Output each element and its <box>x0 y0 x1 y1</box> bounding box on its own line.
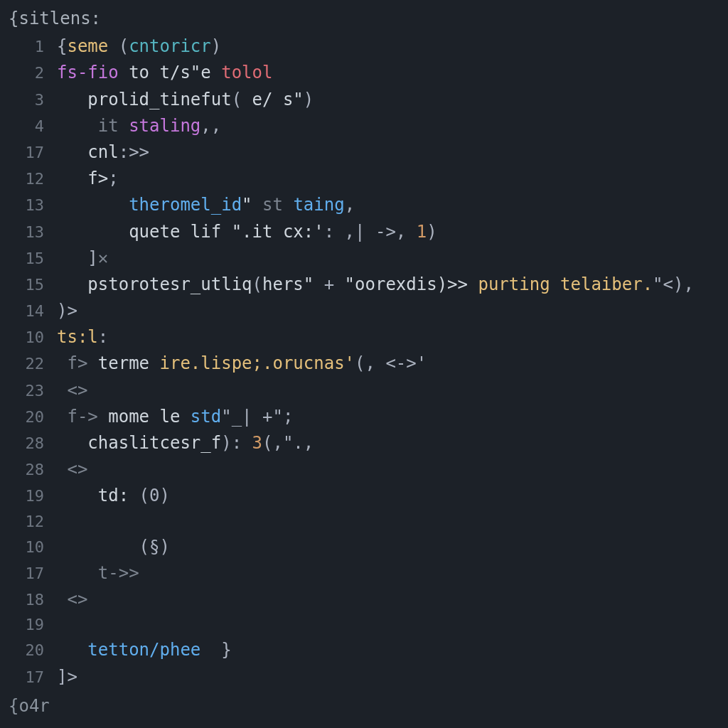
line-content[interactable]: <> <box>57 456 728 483</box>
code-line[interactable]: 20 tetton/phee } <box>0 637 728 663</box>
code-line[interactable]: 14)> <box>0 298 728 324</box>
line-content[interactable]: ]✕ <box>57 245 728 272</box>
code-token: tetton/phee <box>87 640 221 660</box>
line-content[interactable]: fs-fio to t/s"e tolol <box>57 60 728 86</box>
code-line[interactable]: 20 f-> mome le std"_| +"; <box>0 404 728 430</box>
code-line[interactable]: 18 <> <box>0 587 728 613</box>
code-token: ; <box>108 168 118 188</box>
line-number: 28 <box>0 458 57 482</box>
code-token: s" <box>283 90 304 109</box>
code-line[interactable]: 15 pstorotesr_utliq(hers" + "oorexdis)>>… <box>0 272 728 298</box>
line-number: 28 <box>0 432 57 456</box>
code-token: <> <box>67 589 87 609</box>
code-token: ( <box>119 36 129 56</box>
code-token: ]> <box>57 667 77 687</box>
code-line[interactable]: 1{seme (cntoricr) <box>0 33 728 60</box>
code-token: (0) <box>139 486 170 505</box>
line-content[interactable]: f-> mome le std"_| +"; <box>57 404 728 430</box>
line-content[interactable]: )> <box>57 298 728 324</box>
line-content[interactable]: pstorotesr_utliq(hers" + "oorexdis)>> pu… <box>57 272 728 298</box>
code-token: + <box>314 274 344 294</box>
code-token: it <box>98 116 129 136</box>
code-line[interactable]: 13 quete lif ".it cx:': ,| ->, 1) <box>0 219 728 245</box>
code-token: : <box>98 327 108 347</box>
code-line[interactable]: 10ts:l: <box>0 324 728 350</box>
code-line[interactable]: 2fs-fio to t/s"e tolol <box>0 60 728 86</box>
line-number: 2 <box>0 61 57 85</box>
code-line[interactable]: 23 <> <box>0 378 728 404</box>
code-token: "oorexdis)>> <box>345 274 478 294</box>
code-line[interactable]: 10 (§) <box>0 534 728 560</box>
line-content[interactable]: <> <box>57 587 728 613</box>
code-token: 3 <box>252 433 262 453</box>
code-token: " <box>242 195 262 215</box>
code-token: mome le <box>108 407 191 427</box>
line-content[interactable]: ts:l: <box>57 324 728 350</box>
code-token: ire.lispe;.orucnas' <box>160 353 355 373</box>
code-line[interactable]: 28 <> <box>0 456 728 483</box>
line-number: 20 <box>0 405 57 429</box>
code-line[interactable]: 12 <box>0 510 728 534</box>
code-line[interactable]: 13 theromel_id" st taing, <box>0 192 728 218</box>
code-body[interactable]: 1{seme (cntoricr)2fs-fio to t/s"e tolol3… <box>0 33 728 690</box>
code-line[interactable]: 15 ]✕ <box>0 245 728 272</box>
code-token: : ,| ->, <box>324 222 417 242</box>
line-number: 17 <box>0 562 57 586</box>
line-number: 18 <box>0 588 57 612</box>
line-content[interactable]: prolid_tinefut( e/ s") <box>57 87 728 113</box>
line-content[interactable]: t->> <box>57 560 728 587</box>
code-token: } <box>221 640 231 660</box>
code-token: , <box>345 195 355 215</box>
code-line[interactable]: 17 t->> <box>0 560 728 587</box>
line-content[interactable]: chaslitcesr_f): 3(,"., <box>57 430 728 456</box>
line-number: 23 <box>0 379 57 403</box>
code-token: f> <box>87 168 108 188</box>
code-token: st <box>262 195 293 215</box>
code-token: tolol <box>221 63 272 82</box>
editor-header: {sitlens: <box>0 6 728 32</box>
line-number: 12 <box>0 167 57 191</box>
code-token: ) <box>427 222 437 242</box>
line-number: 17 <box>0 141 57 165</box>
line-number: 15 <box>0 273 57 297</box>
line-content[interactable]: <> <box>57 378 728 404</box>
code-line[interactable]: 17]> <box>0 664 728 690</box>
code-line[interactable]: 17 cnl:>> <box>0 139 728 166</box>
line-content[interactable]: theromel_id" st taing, <box>57 192 728 218</box>
line-content[interactable]: (§) <box>57 534 728 560</box>
code-line[interactable]: 19 td: (0) <box>0 483 728 509</box>
line-content[interactable]: f> terme ire.lispe;.orucnas'(, <->' <box>57 350 728 377</box>
code-token: (§) <box>139 537 170 557</box>
code-token: purting telaiber. <box>478 274 653 294</box>
editor-footer: {o4r <box>0 693 728 719</box>
line-number: 3 <box>0 88 57 112</box>
line-content[interactable]: ]> <box>57 664 728 690</box>
code-line[interactable]: 4 it staling,, <box>0 113 728 139</box>
code-token: ) <box>304 90 314 109</box>
code-line[interactable]: 28 chaslitcesr_f): 3(,"., <box>0 430 728 456</box>
code-token: <> <box>67 380 87 400</box>
code-line[interactable]: 22 f> terme ire.lispe;.orucnas'(, <->' <box>0 350 728 377</box>
code-editor[interactable]: {sitlens: 1{seme (cntoricr)2fs-fio to t/… <box>0 0 728 719</box>
line-content[interactable]: f>; <box>57 166 728 192</box>
code-token: (, <->' <box>355 353 427 373</box>
line-content[interactable]: quete lif ".it cx:': ,| ->, 1) <box>57 219 728 245</box>
code-token: "_| +"; <box>221 407 293 427</box>
code-token: ,, <box>200 116 221 136</box>
line-content[interactable]: tetton/phee } <box>57 637 728 663</box>
line-number: 10 <box>0 535 57 560</box>
code-token: fs-fio <box>57 63 129 82</box>
code-token: )> <box>57 301 77 321</box>
code-token: pstorotesr_utliq <box>87 274 252 294</box>
line-content[interactable]: it staling,, <box>57 113 728 139</box>
code-line[interactable]: 19 <box>0 613 728 637</box>
code-line[interactable]: 12 f>; <box>0 166 728 192</box>
line-content[interactable]: {seme (cntoricr) <box>57 33 728 60</box>
code-token: taing <box>293 195 344 215</box>
code-line[interactable]: 3 prolid_tinefut( e/ s") <box>0 87 728 113</box>
line-content[interactable]: td: (0) <box>57 483 728 509</box>
code-token: ] <box>87 248 97 268</box>
line-number: 1 <box>0 35 57 59</box>
line-content[interactable]: cnl:>> <box>57 139 728 166</box>
code-token: chaslitcesr_f <box>87 433 221 453</box>
